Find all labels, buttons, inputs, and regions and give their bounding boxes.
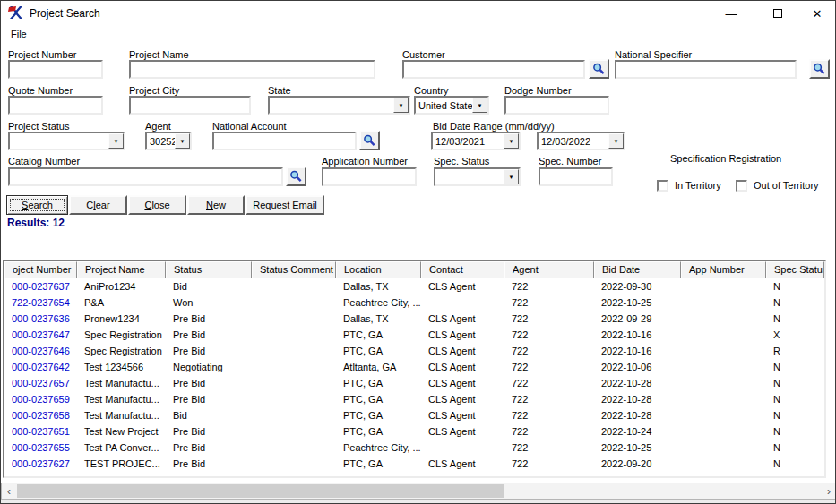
state-label: State bbox=[268, 85, 291, 96]
column-header[interactable]: Status bbox=[166, 261, 252, 278]
out-of-territory-label: Out of Territory bbox=[754, 180, 819, 191]
project-number-link[interactable]: 000-0237655 bbox=[4, 440, 77, 456]
table-row[interactable]: 000-0237646Spec RegistrationPre BidPTC, … bbox=[4, 343, 824, 359]
agent-select[interactable]: 302522 ▼ bbox=[145, 132, 192, 150]
chevron-down-icon: ▼ bbox=[472, 98, 487, 113]
column-header[interactable]: Contact bbox=[421, 261, 504, 278]
minimize-button[interactable]: — bbox=[714, 4, 748, 23]
country-select[interactable]: United States ▼ bbox=[414, 96, 489, 115]
state-select[interactable]: ▼ bbox=[268, 96, 410, 115]
table-row[interactable]: 000-0237659Test Manufactu...Pre BidPTC, … bbox=[4, 391, 824, 407]
table-cell: N bbox=[766, 391, 824, 407]
national-account-search-button[interactable] bbox=[359, 131, 380, 150]
clear-button[interactable]: Clear bbox=[69, 195, 127, 215]
column-header[interactable]: Agent bbox=[504, 261, 594, 278]
project-number-link[interactable]: 000-0237637 bbox=[4, 278, 77, 295]
quote-number-input[interactable] bbox=[8, 96, 103, 115]
column-header[interactable]: oject Number bbox=[4, 261, 77, 278]
table-header-row: oject NumberProject NameStatusStatus Com… bbox=[4, 261, 824, 278]
table-cell bbox=[252, 440, 336, 456]
column-header[interactable]: Bid Date bbox=[594, 261, 681, 278]
table-row[interactable]: 000-0237637AniPro1234BidDallas, TXCLS Ag… bbox=[4, 278, 824, 295]
scroll-right-button[interactable]: › bbox=[822, 483, 836, 499]
column-header[interactable]: Spec Status bbox=[766, 261, 824, 278]
table-row[interactable]: 000-0237642Test 1234566NegotiatingAtltan… bbox=[4, 359, 824, 375]
dodge-number-input[interactable] bbox=[504, 96, 609, 115]
project-number-link[interactable]: 000-0237659 bbox=[4, 391, 77, 407]
minimize-icon: — bbox=[726, 7, 737, 21]
search-icon bbox=[289, 170, 303, 184]
horizontal-scrollbar[interactable]: ‹ › bbox=[1, 483, 836, 500]
close-dialog-button[interactable]: Close bbox=[128, 195, 186, 215]
customer-search-button[interactable] bbox=[589, 59, 609, 79]
table-cell: 2022-10-25 bbox=[594, 440, 681, 456]
spec-number-input[interactable] bbox=[539, 167, 613, 186]
table-cell: Pre Bid bbox=[166, 327, 252, 343]
table-cell: N bbox=[766, 295, 824, 311]
table-row[interactable]: 000-0237647Spec RegistrationPre BidPTC, … bbox=[4, 327, 824, 343]
table-cell: 722 bbox=[504, 456, 594, 472]
table-row[interactable]: 722-0237654P&AWonPeachtree City, ...7222… bbox=[4, 295, 824, 311]
project-number-link[interactable]: 000-0237647 bbox=[4, 327, 77, 343]
project-number-link[interactable]: 000-0237636 bbox=[4, 311, 77, 327]
project-status-select[interactable]: ▼ bbox=[8, 132, 125, 150]
chevron-down-icon: ▼ bbox=[175, 133, 190, 149]
table-body: 000-0237637AniPro1234BidDallas, TXCLS Ag… bbox=[4, 278, 824, 472]
table-row[interactable]: 000-0237658Test Manufactu...BidPTC, GACL… bbox=[4, 407, 824, 423]
button-label: Request Email bbox=[253, 200, 317, 210]
table-row[interactable]: 000-0237655Test PA Conver...Pre BidPeach… bbox=[4, 440, 824, 456]
column-header[interactable]: App Number bbox=[681, 261, 766, 278]
project-number-link[interactable]: 000-0237646 bbox=[4, 343, 77, 359]
customer-input[interactable] bbox=[402, 60, 585, 79]
project-number-link[interactable]: 722-0237654 bbox=[4, 295, 77, 311]
national-account-label: National Account bbox=[212, 121, 287, 132]
table-cell: Pre Bid bbox=[166, 423, 252, 440]
table-row[interactable]: 000-0237627TEST PROJEC...Pre BidPTC, GAC… bbox=[4, 456, 824, 472]
column-header[interactable]: Status Comment bbox=[252, 261, 336, 278]
search-icon bbox=[363, 134, 376, 148]
button-mnemonic: C bbox=[144, 200, 151, 210]
results-count-label: Results: 12 bbox=[7, 217, 65, 229]
spec-status-label: Spec. Status bbox=[434, 156, 489, 167]
customer-label: Customer bbox=[402, 49, 445, 60]
project-number-link[interactable]: 000-0237658 bbox=[4, 407, 77, 423]
table-cell: PTC, GA bbox=[336, 456, 421, 472]
national-specifier-search-button[interactable] bbox=[809, 59, 830, 79]
project-name-input[interactable] bbox=[129, 60, 375, 79]
maximize-button[interactable] bbox=[761, 4, 795, 23]
search-button[interactable]: Search bbox=[6, 195, 68, 215]
table-cell: 2022-10-28 bbox=[594, 407, 681, 423]
national-account-input[interactable] bbox=[212, 132, 357, 150]
table-row[interactable]: 000-0237636Pronew1234Pre BidDallas, TXCL… bbox=[4, 311, 824, 327]
application-number-input[interactable] bbox=[322, 167, 417, 186]
table-row[interactable]: 000-0237657Test Manufactu...Pre BidPTC, … bbox=[4, 375, 824, 391]
project-number-link[interactable]: 000-0237642 bbox=[4, 359, 77, 375]
catalog-number-label: Catalog Number bbox=[8, 156, 80, 167]
table-row[interactable]: 000-0237651Test New ProjectPre BidPTC, G… bbox=[4, 423, 824, 440]
request-email-button[interactable]: Request Email bbox=[246, 195, 324, 215]
column-header[interactable]: Project Name bbox=[77, 261, 166, 278]
out-of-territory-checkbox[interactable] bbox=[736, 180, 747, 192]
national-specifier-input[interactable] bbox=[615, 60, 797, 79]
in-territory-checkbox[interactable] bbox=[657, 180, 668, 192]
table-cell: N bbox=[766, 456, 824, 472]
column-header[interactable]: Location bbox=[336, 261, 421, 278]
project-number-link[interactable]: 000-0237627 bbox=[4, 456, 77, 472]
project-number-link[interactable]: 000-0237651 bbox=[4, 423, 77, 440]
spec-status-select[interactable]: ▼ bbox=[434, 167, 521, 186]
project-number-link[interactable]: 000-0237657 bbox=[4, 375, 77, 391]
table-cell: 2022-09-29 bbox=[594, 311, 681, 327]
new-button[interactable]: New bbox=[187, 195, 245, 215]
scroll-left-button[interactable]: ‹ bbox=[2, 483, 16, 499]
catalog-number-search-button[interactable] bbox=[286, 167, 306, 186]
catalog-number-input[interactable] bbox=[8, 167, 283, 186]
bid-date-to-select[interactable]: 12/03/2022 ▼ bbox=[537, 132, 625, 150]
national-specifier-label: National Specifier bbox=[615, 49, 692, 60]
close-button[interactable]: ✕ bbox=[800, 4, 834, 23]
scrollbar-thumb[interactable] bbox=[17, 484, 504, 498]
bid-date-from-select[interactable]: 12/03/2021 ▼ bbox=[431, 132, 521, 150]
project-city-input[interactable] bbox=[129, 96, 251, 115]
table-cell: Won bbox=[166, 295, 252, 311]
project-number-input[interactable] bbox=[8, 60, 103, 79]
menu-file[interactable]: File bbox=[4, 27, 33, 41]
